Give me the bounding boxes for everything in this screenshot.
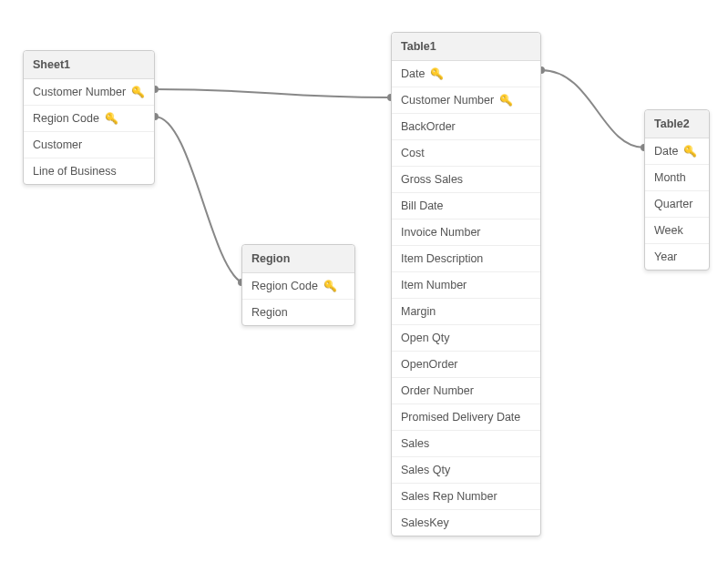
table-region[interactable]: Region Region Code 🔑 Region xyxy=(241,244,355,326)
field-row[interactable]: Year xyxy=(645,244,709,270)
field-label: Region Code xyxy=(251,280,318,292)
field-label: Year xyxy=(654,250,677,263)
field-label: Week xyxy=(654,224,683,237)
field-row[interactable]: Item Description xyxy=(392,246,540,272)
key-icon: 🔑 xyxy=(105,112,118,125)
field-row[interactable]: Invoice Number xyxy=(392,220,540,246)
key-icon: 🔑 xyxy=(323,280,337,292)
key-icon: 🔑 xyxy=(131,86,145,98)
field-label: Item Description xyxy=(401,252,483,265)
field-label: Invoice Number xyxy=(401,226,481,239)
field-label: Region xyxy=(251,306,288,319)
field-label: Date xyxy=(654,145,678,158)
key-icon: 🔑 xyxy=(430,67,444,80)
field-label: Sales xyxy=(401,437,429,450)
field-label: Promised Delivery Date xyxy=(401,411,520,424)
field-row[interactable]: Sales xyxy=(392,431,540,457)
field-row[interactable]: Promised Delivery Date xyxy=(392,404,540,431)
field-row[interactable]: SalesKey xyxy=(392,510,540,536)
table-title: Table2 xyxy=(654,117,690,130)
field-label: Customer xyxy=(33,138,82,151)
field-label: Month xyxy=(654,171,686,184)
field-row[interactable]: Sales Qty xyxy=(392,457,540,484)
table-title: Sheet1 xyxy=(33,58,70,71)
field-row[interactable]: Item Number xyxy=(392,272,540,299)
field-row[interactable]: Month xyxy=(645,165,709,191)
field-row[interactable]: BackOrder xyxy=(392,114,540,140)
field-row[interactable]: Customer Number 🔑 xyxy=(24,79,154,106)
field-row[interactable]: Quarter xyxy=(645,191,709,218)
field-row[interactable]: Region Code 🔑 xyxy=(24,106,154,132)
field-label: OpenOrder xyxy=(401,358,458,371)
field-row[interactable]: Margin xyxy=(392,299,540,325)
field-row[interactable]: Sales Rep Number xyxy=(392,484,540,510)
field-label: Line of Business xyxy=(33,165,117,178)
field-label: Open Qty xyxy=(401,332,450,344)
field-label: BackOrder xyxy=(401,120,456,133)
field-label: Customer Number xyxy=(33,86,126,98)
field-row[interactable]: Week xyxy=(645,218,709,244)
field-label: Quarter xyxy=(654,198,692,210)
field-label: Margin xyxy=(401,305,436,318)
table-header[interactable]: Sheet1 xyxy=(24,51,154,79)
table-title: Table1 xyxy=(401,40,436,53)
field-row[interactable]: Order Number xyxy=(392,378,540,404)
table-header[interactable]: Region xyxy=(242,245,354,273)
field-row[interactable]: Bill Date xyxy=(392,193,540,220)
field-row[interactable]: Region Code 🔑 xyxy=(242,273,354,300)
key-icon: 🔑 xyxy=(683,145,697,158)
field-row[interactable]: Date 🔑 xyxy=(645,138,709,165)
table-table1[interactable]: Table1 Date 🔑 Customer Number 🔑 BackOrde… xyxy=(391,32,541,536)
field-row[interactable]: Gross Sales xyxy=(392,167,540,193)
field-label: Bill Date xyxy=(401,199,444,212)
field-label: Sales Qty xyxy=(401,464,450,476)
field-row[interactable]: Open Qty xyxy=(392,325,540,352)
field-row[interactable]: Cost xyxy=(392,140,540,167)
table-sheet1[interactable]: Sheet1 Customer Number 🔑 Region Code 🔑 C… xyxy=(23,50,155,185)
field-label: Customer Number xyxy=(401,94,494,107)
field-label: Gross Sales xyxy=(401,173,463,186)
field-label: Region Code xyxy=(33,112,99,125)
field-label: Date xyxy=(401,67,425,80)
table-header[interactable]: Table2 xyxy=(645,110,709,138)
field-label: Sales Rep Number xyxy=(401,490,497,503)
table-header[interactable]: Table1 xyxy=(392,33,540,61)
field-label: Order Number xyxy=(401,384,474,397)
table-table2[interactable]: Table2 Date 🔑 Month Quarter Week Year xyxy=(644,109,710,271)
key-icon: 🔑 xyxy=(499,94,513,107)
field-row[interactable]: Customer Number 🔑 xyxy=(392,87,540,114)
field-label: Item Number xyxy=(401,279,467,291)
field-label: SalesKey xyxy=(401,516,449,529)
table-title: Region xyxy=(251,252,290,265)
field-row[interactable]: Date 🔑 xyxy=(392,61,540,87)
field-row[interactable]: Region xyxy=(242,300,354,325)
field-row[interactable]: OpenOrder xyxy=(392,352,540,378)
field-row[interactable]: Customer xyxy=(24,132,154,158)
field-label: Cost xyxy=(401,147,425,159)
field-row[interactable]: Line of Business xyxy=(24,158,154,184)
